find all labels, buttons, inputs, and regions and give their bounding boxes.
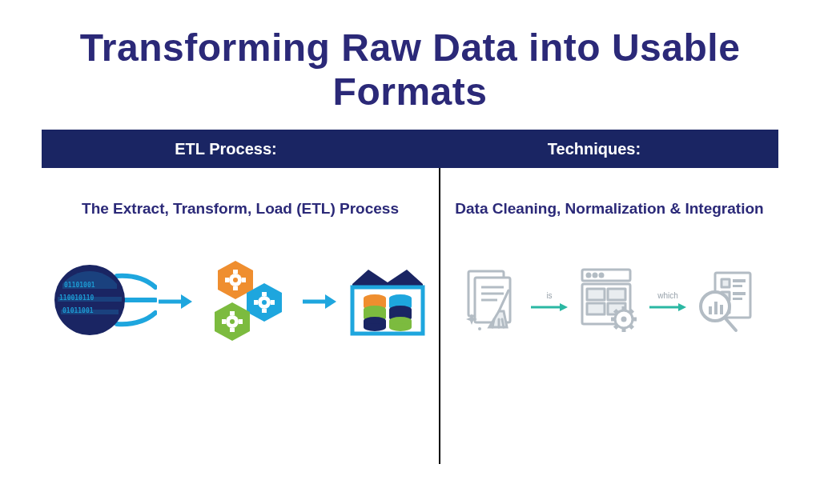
- svg-point-62: [587, 274, 590, 277]
- svg-point-71: [621, 317, 627, 322]
- svg-point-39: [364, 323, 386, 331]
- svg-rect-93: [714, 302, 718, 314]
- svg-text:110010110: 110010110: [59, 294, 94, 302]
- arrow-label: which: [657, 291, 678, 300]
- svg-marker-28: [325, 294, 336, 309]
- svg-rect-92: [709, 306, 712, 314]
- techniques-imagery: is: [452, 242, 767, 362]
- svg-rect-66: [587, 289, 605, 300]
- svg-rect-94: [720, 305, 723, 314]
- svg-rect-12: [233, 286, 238, 290]
- svg-marker-81: [678, 303, 686, 311]
- svg-rect-68: [587, 303, 605, 314]
- svg-line-58: [502, 319, 504, 327]
- svg-rect-72: [622, 306, 626, 311]
- arrow-icon: [159, 292, 192, 311]
- left-subhead: The Extract, Transform, Load (ETL) Proce…: [53, 200, 428, 218]
- section-header-bar: ETL Process: Techniques:: [42, 130, 778, 168]
- svg-rect-85: [733, 285, 742, 287]
- content-container: ETL Process: Techniques: The Extract, Tr…: [42, 130, 778, 464]
- svg-rect-75: [632, 318, 637, 322]
- svg-rect-24: [230, 328, 235, 332]
- labeled-arrow-which: which: [649, 291, 686, 313]
- svg-rect-19: [254, 300, 258, 305]
- svg-line-56: [492, 319, 494, 327]
- arrow-label: is: [546, 291, 552, 300]
- svg-rect-25: [222, 319, 226, 324]
- svg-line-91: [725, 318, 736, 330]
- svg-point-16: [262, 300, 267, 305]
- svg-text:01101001: 01101001: [64, 282, 95, 289]
- svg-rect-26: [239, 319, 243, 324]
- labeled-arrow-is: is: [531, 291, 568, 313]
- svg-rect-13: [225, 278, 229, 282]
- svg-point-10: [233, 278, 238, 282]
- svg-point-22: [230, 319, 235, 324]
- arrow-icon: [303, 292, 336, 311]
- svg-marker-5: [181, 294, 192, 309]
- page-title: Transforming Raw Data into Usable Format…: [0, 0, 820, 130]
- svg-rect-14: [242, 278, 246, 282]
- svg-rect-88: [733, 298, 742, 300]
- svg-point-64: [600, 274, 603, 277]
- svg-rect-84: [733, 279, 746, 282]
- magnifier-chart-icon: [694, 266, 757, 337]
- svg-point-63: [593, 274, 597, 277]
- svg-text:01011001: 01011001: [62, 307, 94, 314]
- svg-rect-17: [262, 292, 267, 296]
- svg-point-48: [389, 323, 412, 331]
- gears-hexagon-icon: [203, 256, 291, 347]
- svg-point-54: [478, 327, 481, 330]
- header-right: Techniques:: [410, 140, 778, 158]
- svg-rect-87: [733, 292, 746, 295]
- body-row: The Extract, Transform, Load (ETL) Proce…: [42, 168, 778, 464]
- svg-rect-30: [352, 287, 423, 334]
- svg-marker-60: [560, 303, 568, 311]
- broom-document-icon: [462, 266, 523, 337]
- svg-rect-18: [262, 309, 267, 313]
- svg-rect-74: [611, 318, 616, 322]
- binary-data-globe-icon: 01101001 110010110 01011001: [53, 252, 157, 351]
- etl-imagery: 01101001 110010110 01011001: [53, 242, 428, 362]
- svg-rect-83: [722, 279, 730, 287]
- svg-rect-11: [233, 270, 238, 274]
- left-column: The Extract, Transform, Load (ETL) Proce…: [42, 168, 439, 464]
- right-column: Data Cleaning, Normalization & Integrati…: [440, 168, 778, 464]
- svg-rect-20: [271, 300, 275, 305]
- structured-form-gear-icon: [576, 265, 641, 338]
- data-warehouse-icon: [348, 260, 428, 343]
- svg-rect-23: [230, 311, 235, 315]
- header-left: ETL Process:: [42, 140, 410, 158]
- svg-rect-73: [622, 327, 626, 332]
- right-subhead: Data Cleaning, Normalization & Integrati…: [452, 200, 767, 218]
- svg-rect-67: [608, 289, 625, 300]
